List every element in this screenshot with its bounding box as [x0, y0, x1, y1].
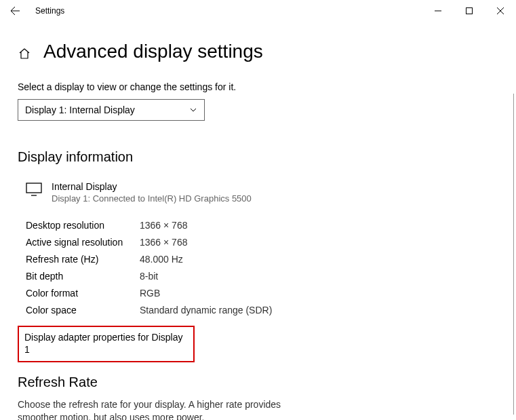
info-row: Desktop resolution1366 × 768: [26, 217, 498, 234]
info-label: Desktop resolution: [26, 217, 140, 234]
info-label: Color format: [26, 285, 140, 302]
monitor-icon: [26, 183, 42, 196]
select-display-prompt: Select a display to view or change the s…: [18, 81, 498, 92]
info-row: Color spaceStandard dynamic range (SDR): [26, 302, 498, 319]
info-row: Color formatRGB: [26, 285, 498, 302]
info-value: 48.000 Hz: [140, 251, 183, 268]
info-row: Bit depth8-bit: [26, 268, 498, 285]
info-value: 1366 × 768: [140, 217, 187, 234]
display-summary: Internal Display Display 1: Connected to…: [18, 181, 498, 204]
arrow-left-icon: [9, 5, 20, 16]
refresh-rate-heading: Refresh Rate: [18, 375, 498, 390]
info-value: RGB: [140, 285, 160, 302]
chevron-down-icon: [189, 106, 197, 114]
minimize-button[interactable]: [422, 0, 454, 22]
maximize-icon: [466, 7, 473, 14]
svg-rect-0: [467, 8, 473, 14]
info-value: 8-bit: [140, 268, 158, 285]
scrollbar[interactable]: [513, 94, 514, 415]
info-label: Bit depth: [26, 268, 140, 285]
display-select-dropdown[interactable]: Display 1: Internal Display: [18, 99, 205, 121]
refresh-rate-description: Choose the refresh rate for your display…: [18, 398, 289, 420]
minimize-icon: [435, 7, 441, 14]
display-connection: Display 1: Connected to Intel(R) HD Grap…: [52, 193, 252, 204]
info-label: Color space: [26, 302, 140, 319]
close-button[interactable]: [485, 0, 516, 22]
adapter-properties-link[interactable]: Display adapter properties for Display 1: [24, 332, 182, 355]
info-value: 1366 × 768: [140, 234, 187, 251]
dropdown-value: Display 1: Internal Display: [25, 104, 135, 115]
info-value: Standard dynamic range (SDR): [140, 302, 272, 319]
page-title: Advanced display settings: [43, 41, 263, 62]
svg-rect-1: [26, 183, 41, 193]
display-info-table: Desktop resolution1366 × 768 Active sign…: [18, 217, 498, 319]
display-information-heading: Display information: [18, 149, 498, 165]
info-label: Active signal resolution: [26, 234, 140, 251]
titlebar: Settings: [0, 0, 516, 22]
adapter-properties-highlight: Display adapter properties for Display 1: [18, 326, 195, 362]
home-icon[interactable]: [18, 47, 31, 60]
display-name: Internal Display: [52, 181, 252, 192]
info-row: Active signal resolution1366 × 768: [26, 234, 498, 251]
page-header: Advanced display settings: [18, 41, 498, 62]
maximize-button[interactable]: [454, 0, 485, 22]
back-button[interactable]: [0, 0, 30, 22]
window-title: Settings: [30, 6, 64, 16]
close-icon: [497, 7, 504, 14]
info-row: Refresh rate (Hz)48.000 Hz: [26, 251, 498, 268]
info-label: Refresh rate (Hz): [26, 251, 140, 268]
